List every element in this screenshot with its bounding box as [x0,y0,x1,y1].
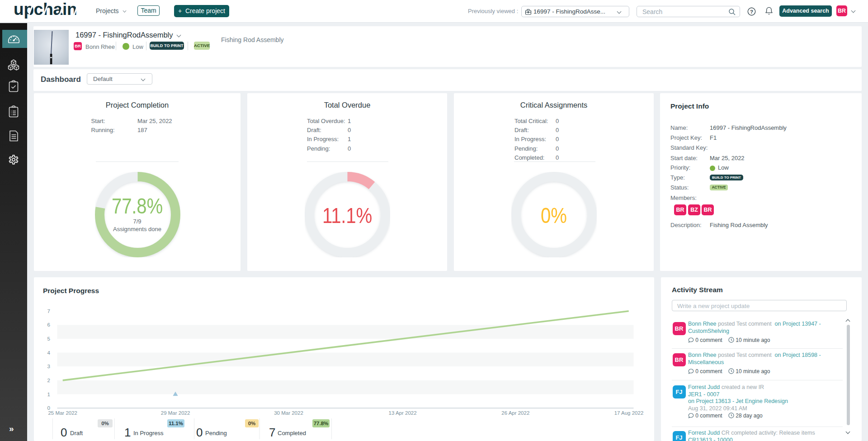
svg-text:?: ? [750,9,753,14]
svg-text:3: 3 [47,364,50,369]
svg-text:5: 5 [47,336,50,341]
svg-text:26 Apr 2022: 26 Apr 2022 [501,410,529,416]
svg-text:29 Mar 2022: 29 Mar 2022 [161,410,190,416]
svg-text:7: 7 [47,308,50,314]
svg-text:2: 2 [47,378,50,383]
svg-text:13 Apr 2022: 13 Apr 2022 [389,410,417,416]
svg-text:1: 1 [47,392,50,397]
svg-text:4: 4 [47,350,51,356]
svg-text:6: 6 [47,322,50,327]
svg-text:30 Mar 2022: 30 Mar 2022 [274,410,303,416]
svg-text:17 Aug 2022: 17 Aug 2022 [614,410,644,416]
svg-text:25 Mar 2022: 25 Mar 2022 [48,410,77,416]
